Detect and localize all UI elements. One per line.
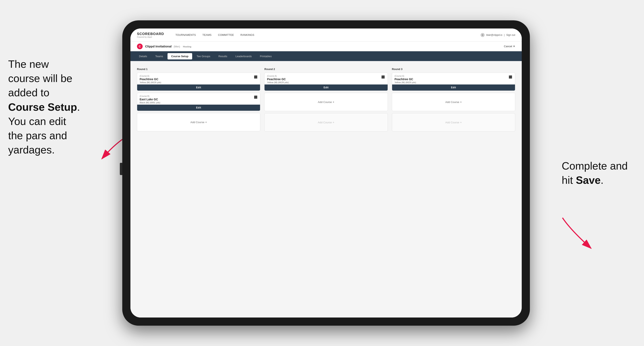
round-2-column: Round 2 (Course A) Peachtree GC Yellow (… [264,68,388,134]
tab-leaderboards[interactable]: Leaderboards [232,53,255,59]
scoreboard-logo: SCOREBOARD Powered by clippd [137,32,164,38]
round2-course-a-label: (Course A) [267,75,288,77]
tab-bar: Details Teams Course Setup Tee Groups Re… [130,51,522,61]
top-navigation: SCOREBOARD Powered by clippd TOURNAMENTS… [130,28,522,41]
round3-course-a-name: Peachtree GC [394,78,416,81]
round3-course-a-tee: Yellow (M) (6629 yds) [394,81,416,84]
hosting-tag: Hosting [183,45,191,48]
nav-teams[interactable]: TEAMS [202,33,212,36]
course-b-header: (Course B) East Lake GC Black (M) (6891 … [137,93,260,105]
round2-course-a-delete-button[interactable]: ⬛ [381,75,385,79]
logo-sub-text: Powered by clippd [137,36,164,38]
right-arrow [550,214,603,254]
rounds-grid: Round 1 (Course A) Peachtree GC Yellow (… [137,68,515,134]
round3-course-a-header: (Course A) Peachtree GC Yellow (M) (6629… [392,73,515,84]
round3-course-a-delete-button[interactable]: ⬛ [508,75,512,79]
tablet-screen: SCOREBOARD Powered by clippd TOURNAMENTS… [130,28,522,318]
nav-user-area: ● blair@clippd.io | Sign out [480,33,515,37]
left-annotation: The new course will be added to Course S… [8,57,80,157]
tab-tee-groups[interactable]: Tee Groups [193,53,214,59]
tab-course-setup[interactable]: Course Setup [168,53,192,59]
course-a-tee: Yellow (M) (6629 yds) [140,81,161,84]
tournament-logo: C [137,43,143,49]
course-b-label: (Course B) [140,95,160,97]
round-3-add-course-button[interactable]: Add Course + [392,93,515,111]
nav-rankings[interactable]: RANKINGS [240,33,254,36]
round2-course-a-edit-button[interactable]: Edit [264,84,388,91]
tab-results[interactable]: Results [215,53,231,59]
course-b-name: East Lake GC [140,98,160,101]
men-tag: (Men) [174,45,180,48]
tournament-banner: C Clippd Invitational (Men) Hosting Canc… [130,41,522,51]
course-a-edit-button[interactable]: Edit [137,84,260,91]
course-a-header: (Course A) Peachtree GC Yellow (M) (6629… [137,73,260,84]
nav-committee[interactable]: COMMITTEE [218,33,234,36]
tab-teams[interactable]: Teams [152,53,167,59]
round-1-course-b-card: (Course B) East Lake GC Black (M) (6891 … [137,93,260,111]
round-2-title: Round 2 [264,68,388,71]
round-1-course-a-card: (Course A) Peachtree GC Yellow (M) (6629… [137,73,260,91]
round-2-add-course-button[interactable]: Add Course + [264,93,388,111]
round-3-title: Round 3 [392,68,515,71]
course-a-label: (Course A) [140,75,161,77]
round-3-course-a-card: (Course A) Peachtree GC Yellow (M) (6629… [392,73,515,91]
course-b-edit-button[interactable]: Edit [137,105,260,111]
round-2-add-course-disabled: Add Course + [264,113,388,132]
round3-course-a-edit-button[interactable]: Edit [392,84,515,91]
tab-printables[interactable]: Printables [256,53,275,59]
round2-course-a-name: Peachtree GC [267,78,288,81]
round-1-title: Round 1 [137,68,260,71]
cancel-button[interactable]: Cancel ✕ [504,45,515,48]
course-a-delete-button[interactable]: ⬛ [254,75,258,79]
right-annotation: Complete and hit Save. [562,159,628,187]
course-a-name: Peachtree GC [140,78,161,81]
nav-separator: | [504,34,504,36]
nav-tournaments[interactable]: TOURNAMENTS [176,33,196,36]
logo-main-text: SCOREBOARD [137,32,164,36]
round-2-course-a-card: (Course A) Peachtree GC Yellow (M) (6629… [264,73,388,91]
round3-course-a-label: (Course A) [394,75,416,77]
tournament-name: Clippd Invitational (Men) Hosting [145,45,191,48]
tab-details[interactable]: Details [135,53,151,59]
avatar: ● [480,33,485,37]
round-3-column: Round 3 (Course A) Peachtree GC Yellow (… [392,68,515,134]
user-email: blair@clippd.io [486,34,502,36]
round2-course-a-header: (Course A) Peachtree GC Yellow (M) (6629… [264,73,388,84]
round-1-column: Round 1 (Course A) Peachtree GC Yellow (… [137,68,260,134]
round-1-add-course-button[interactable]: Add Course + [137,113,260,131]
round-3-add-course-disabled: Add Course + [392,113,515,132]
tablet-device: SCOREBOARD Powered by clippd TOURNAMENTS… [122,20,530,326]
round2-course-a-tee: Yellow (M) (6629 yds) [267,81,288,84]
course-b-delete-button[interactable]: ⬛ [254,95,258,99]
content-area: Round 1 (Course A) Peachtree GC Yellow (… [130,61,522,318]
sign-out-link[interactable]: Sign out [506,34,515,36]
course-b-tee: Black (M) (6891 yds) [140,101,160,104]
tablet-side-button [120,163,122,175]
